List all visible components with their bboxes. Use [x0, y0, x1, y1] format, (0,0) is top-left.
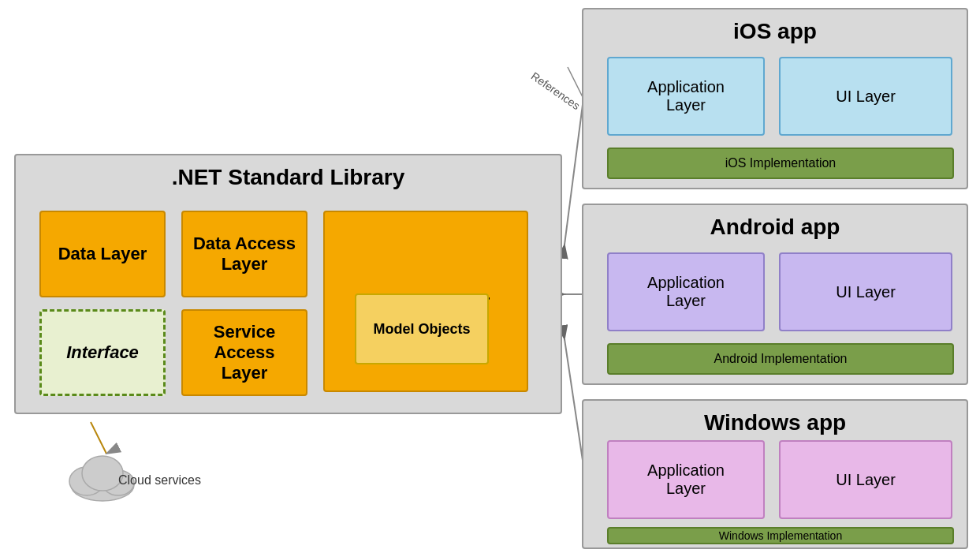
service-access-layer-label: Service AccessLayer — [189, 322, 300, 383]
svg-line-3 — [565, 99, 583, 245]
svg-point-11 — [82, 456, 123, 491]
android-impl-box: Android Implementation — [607, 343, 954, 375]
ios-ui-layer: UI Layer — [779, 57, 952, 136]
windows-app-layer: ApplicationLayer — [607, 440, 765, 519]
net-library-title: .NET Standard Library — [16, 165, 561, 190]
cloud-services-label: Cloud services — [118, 473, 201, 488]
windows-app-box: Windows app ApplicationLayer UI Layer Wi… — [582, 399, 968, 549]
interface-box: Interface — [39, 309, 166, 396]
android-app-box: Android app ApplicationLayer UI Layer An… — [582, 204, 968, 385]
data-access-layer-box: Data AccessLayer — [181, 211, 307, 297]
ios-impl-label: iOS Implementation — [725, 156, 837, 170]
ios-ui-layer-label: UI Layer — [836, 88, 896, 106]
data-access-layer-label: Data AccessLayer — [193, 234, 296, 275]
model-objects-box: Model Objects — [355, 293, 489, 364]
service-access-layer-box: Service AccessLayer — [181, 309, 307, 396]
android-app-layer: ApplicationLayer — [607, 252, 765, 331]
windows-ui-layer: UI Layer — [779, 440, 952, 519]
data-layer-box: Data Layer — [39, 211, 166, 297]
ios-impl-box: iOS Implementation — [607, 148, 954, 179]
ios-app-box: iOS app ApplicationLayer UI Layer iOS Im… — [582, 8, 968, 189]
windows-impl-label: Windows Implementation — [719, 529, 842, 542]
android-app-layer-label: ApplicationLayer — [647, 274, 725, 310]
interface-label: Interface — [66, 342, 139, 363]
windows-app-title: Windows app — [583, 410, 967, 435]
android-ui-layer: UI Layer — [779, 252, 952, 331]
model-objects-label: Model Objects — [373, 321, 470, 338]
svg-line-5 — [565, 339, 583, 465]
net-library-box: .NET Standard Library Data Layer Data Ac… — [14, 154, 562, 414]
android-impl-label: Android Implementation — [714, 352, 848, 366]
ios-app-layer: ApplicationLayer — [607, 57, 765, 136]
svg-line-6 — [91, 422, 106, 454]
ios-app-title: iOS app — [583, 19, 967, 44]
android-ui-layer-label: UI Layer — [836, 283, 896, 301]
data-layer-label: Data Layer — [58, 244, 147, 264]
windows-app-layer-label: ApplicationLayer — [647, 461, 725, 498]
references-label: References — [529, 69, 583, 112]
diagram-container: References .NET Standard Library Data La… — [0, 0, 980, 553]
android-app-title: Android app — [583, 215, 967, 240]
windows-impl-box: Windows Implementation — [607, 527, 954, 544]
ios-app-layer-label: ApplicationLayer — [647, 78, 725, 114]
windows-ui-layer-label: UI Layer — [836, 471, 896, 489]
